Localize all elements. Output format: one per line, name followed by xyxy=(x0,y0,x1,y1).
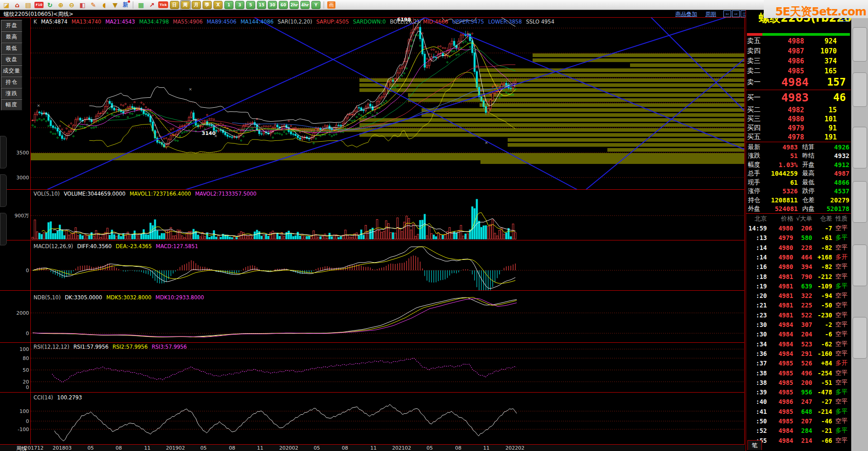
orderbook-sell-4[interactable]: 卖四49871070 xyxy=(747,46,849,56)
x-axis-tick: 08 xyxy=(116,445,122,451)
indicator-value: RSI3:57.9956 xyxy=(152,344,187,350)
orderbook-buy-2[interactable]: 买二498215 xyxy=(747,105,849,115)
tick-row: 14:594980206-7空平 xyxy=(748,224,849,233)
y-axis-label: 0 xyxy=(8,331,29,336)
edge-tab-2[interactable] xyxy=(853,72,867,107)
x-axis-tick: 11 xyxy=(257,445,263,451)
x-axis-tick: 202002 xyxy=(279,445,298,451)
indicator-value: RSI1:57.9956 xyxy=(73,344,108,350)
tick-row: :144980464+168多开 xyxy=(748,253,849,262)
indicator-value: MACD(12,26,9) xyxy=(34,243,73,249)
indicator-value: MA13:4740 xyxy=(72,19,102,25)
sidebar-field-7[interactable]: 涨跌 xyxy=(1,88,22,99)
tick-row: :134979580-61多平 xyxy=(748,233,849,242)
y-axis-label: 80 xyxy=(8,355,29,361)
stat-row: 总手1044259最高4987 xyxy=(748,169,849,178)
stat-row: 涨停5326跌停4537 xyxy=(748,187,849,196)
edge-tab-4[interactable] xyxy=(853,181,867,223)
orderbook-sell-5[interactable]: 卖五4988924 xyxy=(747,36,849,46)
y-axis-label: 2000 xyxy=(8,310,29,316)
stat-row: 幅度1.03%开盘4912 xyxy=(748,160,849,169)
orderbook-buy-5[interactable]: 买五4978191 xyxy=(747,132,849,142)
orderbook-sell-1[interactable]: 卖一4984157 xyxy=(747,75,849,89)
tick-row: :504985207-46空平 xyxy=(748,417,849,426)
edge-tab-3[interactable] xyxy=(853,127,867,168)
edge-tab-6[interactable] xyxy=(853,317,867,359)
y-axis-label: 0 xyxy=(8,384,29,390)
indicator-value: MA89:4506 xyxy=(207,19,237,25)
left-edge-tab-1[interactable] xyxy=(0,136,7,168)
tick-row: :164980394-82空平 xyxy=(748,262,849,271)
quote-panel: 螺纹2205(rb2205) 卖五4988924卖四49871070卖三4986… xyxy=(746,10,851,451)
edge-tab-5[interactable] xyxy=(853,245,867,286)
tick-list-header: 北京价格√大单仓差性质 xyxy=(748,215,849,223)
indicator-label-main: KMA5:4874MA13:4740MA21:4543MA34:4798MA55… xyxy=(34,19,558,25)
indicator-value: 100.2793 xyxy=(57,394,82,401)
sidebar-field-1[interactable]: 开盘 xyxy=(1,20,22,31)
left-edge-tab-3[interactable] xyxy=(0,213,7,245)
stat-row: 涨跌51昨结4932 xyxy=(748,152,849,160)
indicator-value: SARDOWN:0 xyxy=(353,19,386,25)
trading-terminal-window: ◪⌂▤F10↻⊕⊖◧✎◖▼新▦↗Tick日周月季X1351530602hr4hr… xyxy=(0,0,868,451)
sidebar-field-3[interactable]: 最低 xyxy=(1,43,22,54)
tick-row: :184981790-212空平 xyxy=(748,272,849,281)
indicator-value: SSLO 4954 xyxy=(526,19,554,25)
tick-row: :364984291-160空平 xyxy=(748,349,849,358)
indicator-value: MDK10:2933.8000 xyxy=(155,294,204,301)
tick-row: :304984307-2空平 xyxy=(748,320,849,329)
buy-sell-ratio-bar xyxy=(747,33,850,36)
tick-row: :394985956-478多平 xyxy=(748,388,849,397)
y-axis-label: 900万 xyxy=(8,212,29,219)
y-axis-label: 3000 xyxy=(8,175,29,181)
brand-logo: 5E天资5etz.com xyxy=(775,4,866,19)
tab-tick-detail[interactable]: 笔 xyxy=(747,440,762,450)
stat-row: 持仓1208811仓差20279 xyxy=(748,196,849,204)
indicator-label-ndb: NDB(5,10)DK:3305.0000MDK5:3032.8000MDK10… xyxy=(34,294,208,301)
indicator-label-macd: MACD(12,26,9)DIFF:40.3560DEA:-23.4365MAC… xyxy=(34,243,202,249)
x-axis-tick: 05 xyxy=(87,445,94,451)
sidebar-field-6[interactable]: 持仓 xyxy=(1,77,22,88)
x-axis-tick: 05 xyxy=(427,445,433,451)
x-axis-tick: 05 xyxy=(314,445,320,451)
indicator-value: MA144:4086 xyxy=(241,19,274,25)
indicator-value: UPPER:5475 xyxy=(452,19,484,25)
orderbook-sell-3[interactable]: 卖三4986374 xyxy=(747,56,849,66)
left-edge-tab-2[interactable] xyxy=(0,174,7,207)
y-axis-label: 0 xyxy=(8,268,29,273)
tick-row: :374985526+84多开 xyxy=(748,359,849,368)
indicator-value: SAR(10,2,20) xyxy=(278,19,312,25)
svg-text:×: × xyxy=(189,87,192,91)
price-annotation: 3140 xyxy=(202,130,216,136)
y-axis-label: 100 xyxy=(8,346,29,352)
orderbook-buy-3[interactable]: 买三4980101 xyxy=(747,114,849,124)
tick-row: :234981522-230空平 xyxy=(748,311,849,320)
stat-row: 最新4983结算4926 xyxy=(748,143,849,151)
tick-row: :144980228-82空平 xyxy=(748,243,849,252)
sidebar-field-4[interactable]: 收盘 xyxy=(1,54,22,65)
chart-area[interactable]: ×××××× xyxy=(0,0,745,451)
x-axis-tick: 201803 xyxy=(53,445,72,451)
indicator-value: LOWER:3858 xyxy=(488,19,522,25)
indicator-value: DIFF:40.3560 xyxy=(77,243,112,249)
right-edge-tab-strip xyxy=(851,0,868,451)
sidebar-field-8[interactable]: 幅度 xyxy=(1,99,22,110)
indicator-label-cci: CCI(14)100.2793 xyxy=(34,394,86,401)
indicator-value: RSI(12,12,12) xyxy=(34,344,69,350)
y-axis-label: 3500 xyxy=(8,150,29,156)
tick-row: :384985200-51空平 xyxy=(748,378,849,387)
orderbook-buy-1[interactable]: 买一498346 xyxy=(747,91,849,104)
tick-row: :554984214-66空平 xyxy=(748,436,849,445)
x-axis-tick: 201712 xyxy=(24,445,44,451)
x-axis-tick: 11 xyxy=(144,445,150,451)
price-annotation: 6198 xyxy=(397,17,411,23)
edge-tab-1[interactable] xyxy=(853,27,867,62)
indicator-value: DK:3305.0000 xyxy=(65,294,102,301)
sidebar-field-5[interactable]: 成交量 xyxy=(1,65,22,77)
x-axis-tick: 11 xyxy=(483,445,490,451)
orderbook-buy-4[interactable]: 买四497991 xyxy=(747,123,849,133)
tick-row: :194981639-109多平 xyxy=(748,282,849,291)
sidebar-field-2[interactable]: 最高 xyxy=(1,31,22,43)
x-axis-tick: 11 xyxy=(370,445,377,451)
x-axis-tick: 05 xyxy=(200,445,207,451)
orderbook-sell-2[interactable]: 卖二4985165 xyxy=(747,66,849,76)
